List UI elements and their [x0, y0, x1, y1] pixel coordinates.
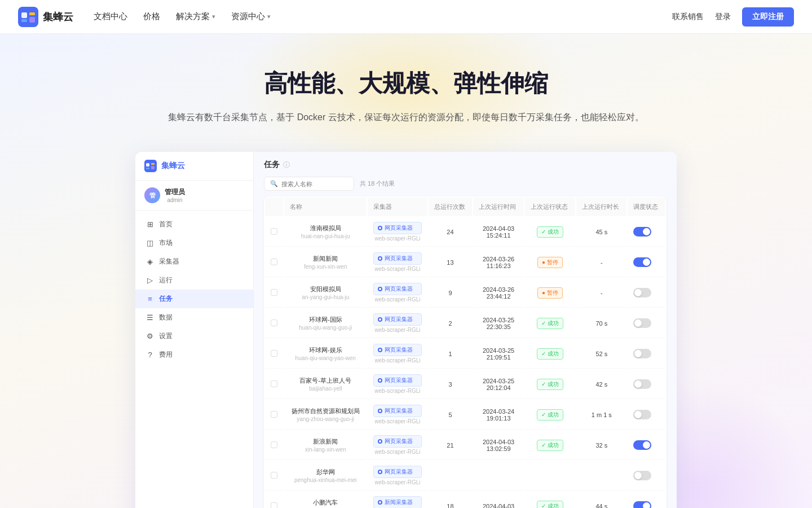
status-badge-stopped: ● 暂停	[537, 287, 563, 299]
row-checkbox[interactable]	[265, 400, 283, 430]
table-row[interactable]: 环球网-娱乐huan-qiu-wang-yao-wen网页采集器web-scra…	[265, 339, 665, 369]
row-checkbox[interactable]	[265, 461, 283, 491]
page-header: 任务 ⓘ	[264, 160, 667, 170]
sidebar-item-market[interactable]: ◫ 市场	[135, 234, 253, 252]
row-status: ✓ 成功	[525, 370, 575, 399]
row-checkbox[interactable]	[265, 248, 283, 277]
row-schedule-toggle[interactable]	[628, 431, 665, 460]
user-role: admin	[165, 197, 185, 203]
row-count: 21	[429, 431, 473, 460]
billing-icon: ?	[145, 351, 155, 359]
row-checkbox[interactable]	[265, 217, 283, 247]
hero-glow	[237, 34, 575, 169]
register-button[interactable]: 立即注册	[742, 7, 794, 27]
svg-rect-3	[21, 19, 27, 22]
row-checkbox[interactable]	[265, 278, 283, 308]
table-row[interactable]: 安阳模拟局an-yang-gui-hua-ju网页采集器web-scraper-…	[265, 278, 665, 308]
row-status: ✓ 成功	[525, 217, 575, 247]
spider-dot-icon	[378, 287, 382, 291]
row-checkbox[interactable]	[265, 370, 283, 399]
row-checkbox[interactable]	[265, 309, 283, 338]
table-row[interactable]: 扬州市自然资源和规划局yang-zhou-wang-guo-ji网页采集器web…	[265, 400, 665, 430]
row-status: ✓ 成功	[525, 309, 575, 338]
navbar: 集蜂云 文档中心 价格 解决方案 ▾ 资源中心 ▾ 联系销售 登录 立即注册	[0, 0, 812, 34]
schedule-toggle[interactable]	[633, 471, 651, 480]
table-row[interactable]: 环球网-国际huan-qiu-wang-guo-ji网页采集器web-scrap…	[265, 309, 665, 338]
schedule-toggle[interactable]	[633, 257, 651, 267]
table-row[interactable]: 新浪新闻xin-lang-xin-wen网页采集器web-scraper-RGL…	[265, 431, 665, 460]
row-duration: 44 s	[576, 492, 626, 508]
sidebar-item-data[interactable]: ☰ 数据	[135, 308, 253, 327]
sidebar-item-settings[interactable]: ⚙ 设置	[135, 327, 253, 345]
login-button[interactable]: 登录	[715, 12, 731, 22]
toolbar: 🔍 共 18 个结果	[264, 177, 667, 191]
data-table: 名称 采集器 总运行次数 上次运行时间 上次运行状态 上次运行时长 调度状态 淮…	[264, 196, 667, 508]
row-count: 24	[429, 217, 473, 247]
row-schedule-toggle[interactable]	[628, 217, 665, 247]
search-box[interactable]: 🔍	[264, 177, 354, 191]
toggle-knob	[643, 502, 650, 508]
schedule-toggle[interactable]	[633, 440, 651, 450]
sidebar-item-task[interactable]: ≡ 任务	[135, 290, 253, 308]
sidebar-item-market-label: 市场	[159, 238, 173, 248]
sidebar-user: 管 管理员 admin	[135, 181, 253, 211]
table-row[interactable]: 新闻新闻feng-xun-xin-wen网页采集器web-scraper-RGL…	[265, 248, 665, 277]
svg-rect-6	[146, 163, 149, 167]
schedule-toggle[interactable]	[633, 410, 651, 419]
sidebar-item-billing[interactable]: ? 费用	[135, 345, 253, 364]
schedule-toggle[interactable]	[633, 227, 651, 237]
navbar-logo[interactable]: 集蜂云	[18, 7, 73, 27]
row-schedule-toggle[interactable]	[628, 461, 665, 491]
search-input[interactable]	[281, 181, 348, 187]
schedule-toggle[interactable]	[633, 318, 651, 328]
page-info-icon[interactable]: ⓘ	[283, 160, 290, 170]
nav-link-solutions[interactable]: 解决方案 ▾	[176, 11, 215, 22]
settings-icon: ⚙	[145, 332, 155, 340]
toggle-knob	[634, 472, 642, 479]
spider-dot-icon	[378, 439, 382, 444]
spider-dot-icon	[378, 317, 382, 322]
table-head: 名称 采集器 总运行次数 上次运行时间 上次运行状态 上次运行时长 调度状态	[265, 198, 665, 216]
contact-sales-button[interactable]: 联系销售	[672, 12, 704, 22]
sidebar-item-scraper[interactable]: ◈ 采集器	[135, 252, 253, 271]
sidebar-item-home[interactable]: ⊞ 首页	[135, 215, 253, 234]
row-schedule-toggle[interactable]	[628, 492, 665, 508]
schedule-toggle[interactable]	[633, 288, 651, 297]
table-row[interactable]: 彭华网penghua-xinhua-mei-mei网页采集器web-scrape…	[265, 461, 665, 491]
row-last-time: 2024-03-2520:12:04	[473, 370, 523, 399]
task-icon: ≡	[145, 295, 155, 303]
nav-link-resources[interactable]: 资源中心 ▾	[231, 11, 271, 22]
row-name: 淮南模拟局huai-nan-gui-hua-ju	[284, 217, 367, 247]
row-checkbox[interactable]	[265, 431, 283, 460]
row-checkbox[interactable]	[265, 492, 283, 508]
row-schedule-toggle[interactable]	[628, 339, 665, 369]
row-spider: 网页采集器web-scraper-RGLi	[368, 431, 427, 460]
row-schedule-toggle[interactable]	[628, 400, 665, 430]
schedule-toggle[interactable]	[633, 349, 651, 358]
status-badge-stopped: ● 暂停	[537, 257, 563, 268]
nav-link-docs[interactable]: 文档中心	[94, 11, 127, 22]
table-body: 淮南模拟局huai-nan-gui-hua-ju网页采集器web-scraper…	[265, 217, 665, 508]
schedule-toggle[interactable]	[633, 379, 651, 389]
row-count: 13	[429, 248, 473, 277]
table-row[interactable]: 淮南模拟局huai-nan-gui-hua-ju网页采集器web-scraper…	[265, 217, 665, 247]
row-schedule-toggle[interactable]	[628, 309, 665, 338]
row-spider: 网页采集器web-scraper-RGLi	[368, 400, 427, 430]
row-name: 新浪新闻xin-lang-xin-wen	[284, 431, 367, 460]
row-checkbox[interactable]	[265, 339, 283, 369]
row-schedule-toggle[interactable]	[628, 278, 665, 308]
sidebar-item-run[interactable]: ▷ 运行	[135, 271, 253, 290]
nav-link-price[interactable]: 价格	[143, 11, 160, 22]
schedule-toggle[interactable]	[633, 501, 651, 508]
row-schedule-toggle[interactable]	[628, 248, 665, 277]
row-duration: -	[576, 278, 626, 308]
row-status: ✓ 成功	[525, 431, 575, 460]
table-row[interactable]: 百家号-草上班人号baijiahao-yell网页采集器web-scraper-…	[265, 370, 665, 399]
hero-title: 高性能、大规模、弹性伸缩	[18, 68, 794, 99]
row-status: ✓ 成功	[525, 492, 575, 508]
row-schedule-toggle[interactable]	[628, 370, 665, 399]
col-checkbox	[265, 198, 283, 216]
table-row[interactable]: 小鹏汽车xiao-peng-qi-che新闻采集器web-scraper-RGL…	[265, 492, 665, 508]
spider-dot-icon	[378, 256, 382, 261]
row-name: 安阳模拟局an-yang-gui-hua-ju	[284, 278, 367, 308]
